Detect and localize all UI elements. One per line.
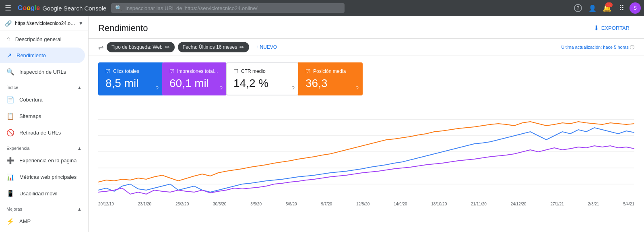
metric-value: 8,5 mil <box>105 77 155 90</box>
overview-icon: ⌂ <box>6 35 10 43</box>
notifications-button[interactable]: 🔔 11 <box>601 2 613 14</box>
add-filter-button[interactable]: + NUEVO <box>252 42 280 52</box>
apps-icon: ⠿ <box>619 4 624 12</box>
account-button[interactable]: 👤 <box>586 2 599 14</box>
x-label: 2/3/21 <box>588 202 599 206</box>
sidebar-item-label: Descripción general <box>15 36 62 42</box>
add-filter-label: + NUEVO <box>256 44 277 50</box>
sidebar-item-url-inspection[interactable]: 🔍 Inspección de URLs <box>0 64 85 80</box>
sidebar-item-removals[interactable]: 🚫 Retirada de URLs <box>0 125 85 141</box>
purple-line <box>98 146 634 194</box>
sidebar-item-label: Rendimiento <box>17 52 46 58</box>
x-label: 14/9/20 <box>394 202 407 206</box>
x-label: 27/1/21 <box>550 202 564 206</box>
chart-container <box>98 104 634 200</box>
last-update-prefix: Última actualización: hace <box>561 45 614 50</box>
removals-icon: 🚫 <box>6 129 14 137</box>
sidebar-item-mobile-usability[interactable]: 📱 Usabilidad móvil <box>0 186 85 201</box>
sitemaps-icon: 📋 <box>6 112 14 120</box>
search-type-filter-label: Tipo de búsqueda: Web <box>111 44 163 50</box>
main-layout: 🔗 https://serviciotecnico24.onli... ▼ ⌂ … <box>0 16 644 232</box>
check-icon: ☑ <box>105 68 111 75</box>
site-icon: 🔗 <box>5 20 12 27</box>
site-url: https://serviciotecnico24.onli... <box>15 21 75 26</box>
x-label: 23/1/20 <box>138 202 151 206</box>
section-experiencia: Experiencia ▲ <box>0 141 88 152</box>
x-label: 12/8/20 <box>356 202 369 206</box>
page-experience-icon: ➕ <box>6 157 14 164</box>
metric-label: Clics totales <box>113 68 139 74</box>
collapse-experiencia-btn[interactable]: ▲ <box>77 146 82 151</box>
sidebar-item-page-experience[interactable]: ➕ Experiencia en la página <box>0 153 85 168</box>
filter-icon: ⇌ <box>98 44 103 51</box>
info-icon: ⓘ <box>630 45 634 50</box>
sidebar-item-amp[interactable]: ⚡ AMP <box>0 213 85 229</box>
sidebar-item-label: AMP <box>19 218 31 224</box>
content: Rendimiento ⬇ EXPORTAR ⇌ Tipo de búsqued… <box>89 16 644 232</box>
export-icon: ⬇ <box>594 24 599 32</box>
metric-card-header: ☑ Impresiones total... <box>169 68 219 75</box>
sidebar-item-sitemaps[interactable]: 📋 Sitemaps <box>0 108 85 124</box>
topbar-actions: ? 👤 🔔 11 ⠿ S <box>572 2 641 14</box>
sidebar-item-label: Sitemaps <box>19 113 41 119</box>
section-mejoras-label: Mejoras <box>6 207 22 211</box>
metric-card-header: ☑ Posición media <box>305 68 355 75</box>
search-type-filter[interactable]: Tipo de búsqueda: Web ✏ <box>107 42 175 52</box>
x-axis-labels: 20/12/19 23/1/20 25/2/20 30/3/20 3/5/20 … <box>98 200 634 206</box>
check-icon: ☑ <box>305 68 311 75</box>
metric-card-impressions[interactable]: ☑ Impresiones total... 60,1 mil ? <box>162 62 227 95</box>
export-button[interactable]: ⬇ EXPORTAR <box>589 22 634 34</box>
avatar[interactable]: S <box>630 2 641 14</box>
x-label: 5/6/20 <box>286 202 297 206</box>
sidebar-item-coverage[interactable]: 📄 Cobertura <box>0 92 85 108</box>
collapse-indice-btn[interactable]: ▲ <box>77 85 82 90</box>
metric-card-position[interactable]: ☑ Posición media 36,3 ? <box>298 62 363 95</box>
menu-icon[interactable]: ☰ <box>3 2 13 14</box>
metric-card-ctr[interactable]: ☐ CTR medio 14,2 % ? <box>226 62 299 95</box>
apps-button[interactable]: ⠿ <box>615 2 628 14</box>
edit-icon: ✏ <box>165 44 170 50</box>
export-label: EXPORTAR <box>601 25 630 31</box>
section-indice: Índice ▲ <box>0 80 88 91</box>
x-label: 21/11/20 <box>471 202 487 206</box>
search-input[interactable] <box>125 5 341 11</box>
metric-cards: ☑ Clics totales 8,5 mil ? ☑ Impresiones … <box>89 56 644 100</box>
metric-value: 36,3 <box>305 77 355 90</box>
sidebar-item-core-web-vitals[interactable]: 📊 Métricas web principales <box>0 169 85 185</box>
x-label: 24/12/20 <box>511 202 526 206</box>
metric-card-header: ☐ CTR medio <box>233 68 291 75</box>
help-icon: ? <box>155 85 159 91</box>
section-mejoras: Mejoras ▲ <box>0 202 88 213</box>
sidebar-item-performance[interactable]: ↗ Rendimiento <box>0 48 85 63</box>
app-name: Google Search Console <box>42 5 106 12</box>
help-icon: ? <box>355 85 359 91</box>
help-icon: ? <box>574 4 582 12</box>
metric-value: 14,2 % <box>233 77 291 90</box>
metric-card-header: ☑ Clics totales <box>105 68 155 75</box>
topbar: ☰ Google Google Search Console 🔍 ? 👤 🔔 1… <box>0 0 644 16</box>
last-update: Última actualización: hace 5 horas ⓘ <box>561 44 634 50</box>
mobile-usability-icon: 📱 <box>6 190 14 197</box>
search-bar[interactable]: 🔍 <box>111 3 345 13</box>
help-icon: ? <box>291 85 295 91</box>
help-button[interactable]: ? <box>572 2 584 14</box>
site-selector[interactable]: 🔗 https://serviciotecnico24.onli... ▼ <box>0 16 88 31</box>
date-filter[interactable]: Fecha: Últimos 16 meses ✏ <box>178 42 249 52</box>
sidebar-item-label: Usabilidad móvil <box>19 191 58 197</box>
metric-card-clicks[interactable]: ☑ Clics totales 8,5 mil ? <box>98 62 163 95</box>
account-icon: 👤 <box>588 4 597 12</box>
sidebar-item-label: Cobertura <box>19 97 43 103</box>
metric-value: 60,1 mil <box>169 77 219 90</box>
url-inspection-icon: 🔍 <box>6 68 14 76</box>
x-label: 3/5/20 <box>250 202 262 206</box>
last-update-time: 5 horas <box>614 45 629 50</box>
sidebar: 🔗 https://serviciotecnico24.onli... ▼ ⌂ … <box>0 16 89 232</box>
chart-area: 20/12/19 23/1/20 25/2/20 30/3/20 3/5/20 … <box>89 100 644 213</box>
x-label: 25/2/20 <box>175 202 189 206</box>
section-experiencia-label: Experiencia <box>6 146 29 151</box>
collapse-mejoras-btn[interactable]: ▲ <box>77 207 82 211</box>
edit-icon: ✏ <box>239 44 244 50</box>
x-label: 18/10/20 <box>431 202 447 206</box>
chart-svg <box>98 104 634 200</box>
sidebar-item-overview[interactable]: ⌂ Descripción general <box>0 31 85 47</box>
